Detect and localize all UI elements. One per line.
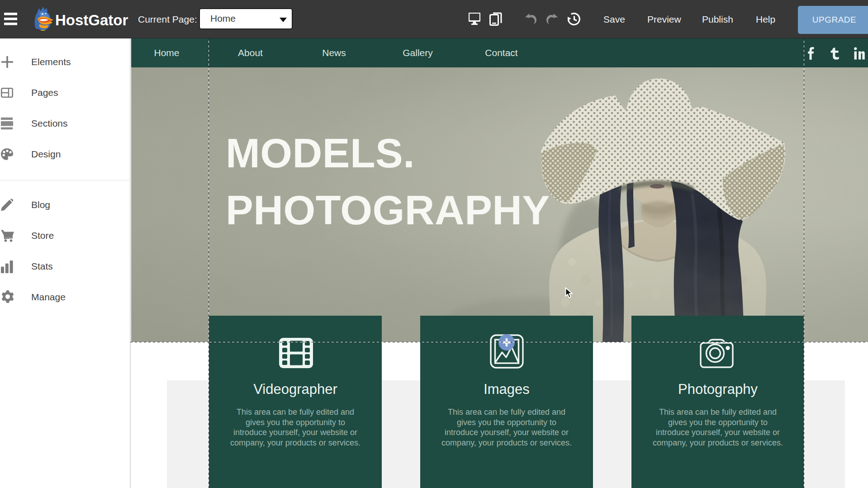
svg-text:PHOTOGRAPHY: PHOTOGRAPHY [226,187,550,233]
svg-text:MODELS.: MODELS. [226,130,415,176]
